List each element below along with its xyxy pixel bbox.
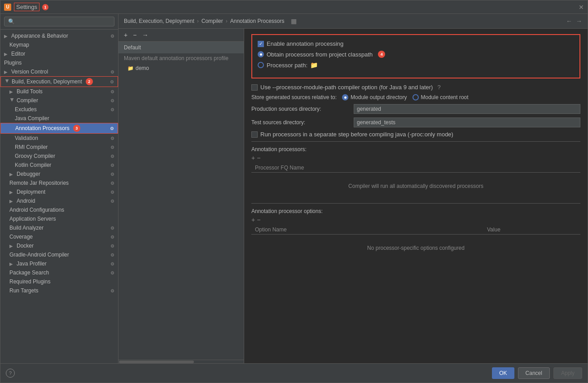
sidebar-item-label: Excludes xyxy=(15,106,37,113)
arrow-icon: ▶ xyxy=(9,89,15,94)
sidebar-item-buildtools[interactable]: ▶ Build Tools ⚙ xyxy=(0,87,118,96)
sidebar-item-validation[interactable]: Validation ⚙ xyxy=(0,134,118,143)
sidebar-item-buildanalyzer[interactable]: Build Analyzer ⚙ xyxy=(0,223,118,232)
sidebar-item-requiredplugins[interactable]: Required Plugins xyxy=(0,277,118,286)
settings-icon: ⚙ xyxy=(110,199,114,204)
sidebar-item-versioncontrol[interactable]: ▶ Version Control ⚙ xyxy=(0,67,118,76)
remove-processor-button[interactable]: − xyxy=(257,154,260,161)
sidebar-item-label: Java Compiler xyxy=(15,115,49,122)
sidebar-item-keymap[interactable]: Keymap xyxy=(0,40,118,49)
help-tooltip-icon[interactable]: ? xyxy=(437,84,440,91)
sidebar-item-gradleandroid[interactable]: Gradle-Android Compiler ⚙ xyxy=(0,250,118,259)
module-output-radio[interactable] xyxy=(342,94,348,100)
enable-annotation-checkbox[interactable]: ✓ xyxy=(258,41,264,47)
remove-profile-button[interactable]: − xyxy=(131,30,138,39)
sidebar-item-label: Remote Jar Repositories xyxy=(9,180,69,186)
back-button[interactable]: ← xyxy=(566,17,572,25)
sidebar-item-annotationprocessors[interactable]: Annotation Processors 3 ⚙ xyxy=(0,123,118,134)
sidebar-item-label: Build, Execution, Deployment xyxy=(12,78,82,85)
arrow-icon: ▶ xyxy=(5,79,10,84)
processor-path-row: Processor path: 📁 xyxy=(258,61,574,69)
sidebar-item-excludes[interactable]: Excludes ⚙ xyxy=(0,105,118,114)
arrow-icon: ▶ xyxy=(4,52,9,57)
sidebar-item-docker[interactable]: ▶ Docker ⚙ xyxy=(0,241,118,250)
remove-option-button[interactable]: − xyxy=(257,216,260,223)
sidebar-item-runtargets[interactable]: Run Targets ⚙ xyxy=(0,286,118,295)
annotation-processors-toolbar: + − xyxy=(251,154,580,161)
search-input[interactable] xyxy=(4,17,114,26)
badge: 3 xyxy=(73,125,80,132)
sidebar-item-groovycompiler[interactable]: Groovy Compiler ⚙ xyxy=(0,152,118,161)
arrow-icon: ▶ xyxy=(9,199,15,204)
sidebar-item-label: Deployment xyxy=(17,189,45,195)
sidebar-item-editor[interactable]: ▶ Editor xyxy=(0,49,118,58)
sidebar-item-androidconfig[interactable]: Android Configurations xyxy=(0,205,118,214)
sidebar-item-rmicompiler[interactable]: RMI Compiler ⚙ xyxy=(0,143,118,152)
settings-icon: ⚙ xyxy=(110,136,114,141)
sidebar-item-appservers[interactable]: Application Servers xyxy=(0,214,118,223)
apply-button[interactable]: Apply xyxy=(553,367,582,379)
sidebar-item-packagesearch[interactable]: Package Search ⚙ xyxy=(0,268,118,277)
sidebar-item-deployment[interactable]: ▶ Deployment ⚙ xyxy=(0,187,118,196)
run-separate-checkbox[interactable] xyxy=(251,131,258,138)
sidebar-item-coverage[interactable]: Coverage ⚙ xyxy=(0,232,118,241)
arrow-icon: ▶ xyxy=(4,34,9,39)
prod-sources-row: Production sources directory: xyxy=(251,104,580,114)
sidebar-item-kotlincompiler[interactable]: Kotlin Compiler ⚙ xyxy=(0,161,118,170)
sidebar-item-javacompiler[interactable]: Java Compiler xyxy=(0,114,118,123)
use-processor-module-checkbox[interactable] xyxy=(251,84,258,91)
processor-empty-message: Compiler will run all automatically disc… xyxy=(339,174,492,198)
breadcrumb-part2[interactable]: Compiler xyxy=(202,18,223,24)
sidebar-item-debugger[interactable]: ▶ Debugger ⚙ xyxy=(0,170,118,178)
sidebar-item-label: Coverage xyxy=(9,234,33,240)
ok-button[interactable]: OK xyxy=(492,367,514,379)
settings-icon: ⚙ xyxy=(110,226,114,231)
close-button[interactable]: ✕ xyxy=(579,4,584,11)
sidebar-item-javaprofiler[interactable]: ▶ Java Profiler ⚙ xyxy=(0,259,118,268)
use-processor-module-label: Use --processor-module-path compiler opt… xyxy=(260,84,433,91)
main-panel: Build, Execution, Deployment › Compiler … xyxy=(118,14,588,363)
add-option-button[interactable]: + xyxy=(251,216,255,223)
add-profile-button[interactable]: + xyxy=(122,30,129,39)
enable-annotation-label: Enable annotation processing xyxy=(267,40,343,47)
add-processor-button[interactable]: + xyxy=(251,154,255,161)
settings-icon: ⚙ xyxy=(110,70,114,74)
sidebar-item-appearance[interactable]: ▶ Appearance & Behavior ⚙ xyxy=(0,31,118,40)
profile-list: + − → Default Maven default annotation p… xyxy=(118,29,244,363)
help-button[interactable]: ? xyxy=(6,369,15,378)
module-output-radio-option[interactable]: Module output directory xyxy=(342,94,407,100)
sidebar-item-compiler[interactable]: ▶ Compiler ⚙ xyxy=(0,96,118,105)
profile-item-default[interactable]: Default xyxy=(118,42,244,53)
sidebar-item-android[interactable]: ▶ Android ⚙ xyxy=(0,196,118,205)
prod-sources-input[interactable] xyxy=(354,104,580,114)
sidebar-item-build[interactable]: ▶ Build, Execution, Deployment 2 ⚙ xyxy=(0,76,118,87)
module-content-radio[interactable] xyxy=(412,94,419,100)
option-value-column-header: Value xyxy=(487,226,577,233)
module-content-radio-option[interactable]: Module content root xyxy=(412,94,469,100)
test-sources-label: Test sources directory: xyxy=(251,119,350,126)
sidebar-item-plugins[interactable]: Plugins xyxy=(0,58,118,67)
settings-icon: ⚙ xyxy=(110,154,114,159)
obtain-processors-radio[interactable] xyxy=(258,51,264,57)
processor-path-label: Processor path: xyxy=(267,62,307,69)
sidebar-item-remotejar[interactable]: Remote Jar Repositories ⚙ xyxy=(0,178,118,187)
arrow-icon: ▶ xyxy=(4,70,9,74)
folder-button[interactable]: 📁 xyxy=(310,61,318,69)
breadcrumb-part1[interactable]: Build, Execution, Deployment xyxy=(124,18,194,24)
annotation-processing-box: ✓ Enable annotation processing Obtain pr… xyxy=(251,34,580,78)
run-separate-label: Run processors in a separate step before… xyxy=(260,131,453,138)
navigate-profile-button[interactable]: → xyxy=(140,30,150,39)
annotation-processors-section-label: Annotation processors: xyxy=(251,146,580,152)
processor-path-radio[interactable] xyxy=(258,62,264,68)
breadcrumb-separator: › xyxy=(197,18,199,24)
folder-icon: 📁 xyxy=(127,65,134,71)
arrow-icon: ▶ xyxy=(9,261,15,266)
settings-icon: ⚙ xyxy=(110,270,114,275)
test-sources-input[interactable] xyxy=(354,118,580,127)
demo-item[interactable]: 📁 demo xyxy=(118,63,244,73)
settings-icon: ⚙ xyxy=(110,126,114,131)
cancel-button[interactable]: Cancel xyxy=(518,367,550,379)
forward-button[interactable]: → xyxy=(576,17,582,25)
settings-icon: ⚙ xyxy=(110,145,114,150)
horizontal-scrollbar[interactable] xyxy=(118,360,244,363)
